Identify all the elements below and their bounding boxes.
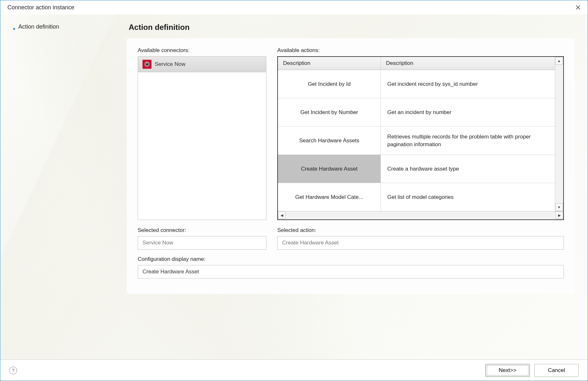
main-area: Action definition Action definition Avai… (0, 14, 588, 359)
content-panel: Action definition Available connectors: … (118, 14, 588, 359)
page-title: Action definition (127, 23, 575, 32)
scroll-up-icon[interactable]: ▲ (555, 57, 563, 65)
config-name-input[interactable] (138, 265, 564, 279)
wizard-steps-sidebar: Action definition (0, 14, 118, 359)
available-actions-label: Available actions: (277, 47, 564, 54)
action-name: Get Incident by Number (278, 98, 381, 126)
scroll-left-icon[interactable]: ◀ (278, 211, 286, 219)
content-card: Available connectors: Service Now Availa… (127, 38, 575, 294)
table-header-row: Description Description (278, 57, 555, 70)
action-desc: Get list of model categories (381, 183, 555, 211)
close-icon[interactable] (574, 4, 582, 11)
scrollbar-track[interactable] (555, 65, 563, 203)
action-name: Get Incident by Id (278, 70, 381, 98)
table-row[interactable]: Get Incident by Number Get an incident b… (278, 98, 555, 127)
connector-name: Service Now (155, 61, 185, 67)
action-name: Search Hardware Assets (278, 127, 381, 155)
actions-table: Description Description Get Incident by … (277, 56, 564, 220)
selected-action-label: Selected action: (277, 227, 564, 234)
selected-connector-label: Selected connector: (138, 227, 266, 234)
available-connectors-label: Available connectors: (138, 47, 266, 54)
diamond-icon (13, 25, 16, 29)
action-desc: Get incident record by sys_id number (381, 70, 555, 98)
titlebar: Connector action instance (0, 0, 588, 14)
table-row[interactable]: Search Hardware Assets Retrieves multipl… (278, 127, 555, 155)
vertical-scrollbar[interactable]: ▲ ▼ (555, 57, 563, 211)
scroll-down-icon[interactable]: ▼ (555, 203, 563, 211)
next-button[interactable]: Next>> (485, 364, 530, 377)
servicenow-icon (142, 60, 152, 69)
wizard-footer: ? Next>> Cancel (0, 359, 588, 381)
action-desc: Get an incident by number (381, 98, 555, 126)
table-row[interactable]: Get Hardware Model Cate... Get list of m… (278, 183, 555, 211)
action-name: Create Hardware Asset (278, 155, 381, 183)
selected-connector-field (138, 236, 266, 250)
column-header-description-1[interactable]: Description (278, 57, 381, 70)
scrollbar-track[interactable] (286, 211, 556, 219)
table-row[interactable]: Create Hardware Asset Create a hardware … (278, 155, 555, 183)
selected-action-field (277, 236, 564, 250)
column-header-description-2[interactable]: Description (381, 57, 555, 70)
cancel-button[interactable]: Cancel (534, 364, 579, 377)
scroll-right-icon[interactable]: ▶ (556, 211, 563, 219)
window-title: Connector action instance (7, 4, 74, 11)
action-name: Get Hardware Model Cate... (278, 183, 381, 211)
svg-rect-0 (13, 28, 15, 30)
help-icon[interactable]: ? (9, 367, 17, 374)
connector-list: Service Now (138, 56, 266, 220)
config-name-label: Configuration display name: (138, 256, 564, 262)
horizontal-scrollbar[interactable]: ◀ ▶ (278, 211, 563, 219)
action-desc: Retrieves multiple records for the probl… (381, 127, 555, 155)
action-desc: Create a hardware asset type (381, 155, 555, 183)
step-label: Action definition (18, 23, 59, 30)
connector-item-servicenow[interactable]: Service Now (138, 57, 266, 72)
table-row[interactable]: Get Incident by Id Get incident record b… (278, 70, 555, 98)
step-action-definition[interactable]: Action definition (13, 23, 111, 30)
